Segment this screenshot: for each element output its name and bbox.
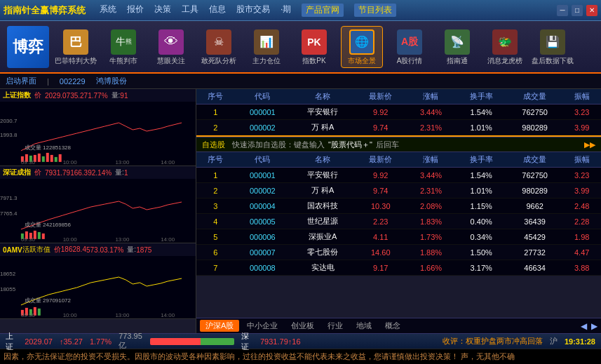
minimize-button[interactable]: ─ [557, 5, 568, 16]
nav-name[interactable]: 鸿博股份 [96, 76, 127, 86]
ss-volume: 36439 [507, 214, 563, 229]
scroll-left-btn[interactable]: ◀ [581, 321, 587, 331]
svg-rect-9 [59, 154, 62, 162]
menu-program[interactable]: 节目列表 [354, 4, 396, 17]
col-ss-change: 涨幅 [406, 152, 455, 168]
status-time: 19:31:28 [565, 337, 595, 346]
svg-rect-22 [42, 234, 45, 239]
ss-seq: 2 [196, 183, 235, 198]
ticker-text: 因素，亦无法保证您的投资不受损失。因股市的波动受各种因素影响，过往的投资收益不能… [4, 351, 515, 362]
dead-icon: ☠ [206, 29, 231, 55]
market-code: 000001 [235, 105, 291, 120]
svg-text:14:00: 14:00 [161, 159, 175, 165]
col-ss-amplitude: 振幅 [562, 152, 601, 168]
ss-volume: 46634 [507, 260, 563, 276]
toolbar-btn-buffett[interactable]: 巴 巴菲特判大势 [55, 26, 97, 68]
market-table-row[interactable]: 1 000001 平安银行 9.92 3.44% 1.54% 762750 3.… [196, 105, 601, 120]
self-select-table-row[interactable]: 4 000005 世纪星源 2.23 1.83% 0.40% 36439 2.2… [196, 214, 601, 229]
chart-damv-vol: 量: [127, 245, 136, 255]
scroll-right-btn[interactable]: ▶ [591, 321, 597, 331]
svg-text:7971.3: 7971.3 [0, 195, 18, 201]
nav-code[interactable]: 002229 [60, 77, 86, 86]
ss-name: 平安银行 [290, 168, 355, 183]
menu-trade[interactable]: 股市交易 [236, 4, 270, 17]
close-button[interactable]: ✕ [586, 5, 597, 16]
svg-text:成交量 242169856: 成交量 242169856 [25, 222, 72, 228]
menu-decision[interactable]: 决策 [154, 4, 171, 17]
tab-concept[interactable]: 概念 [379, 320, 406, 332]
toolbar-btn-bull[interactable]: 牛熊 牛熊判市 [102, 26, 144, 68]
title-menu: 系统 报价 决策 工具 信息 股市交易 ·期 产品官网 节目列表 [100, 4, 557, 17]
toolbar-btn-after[interactable]: 💾 盘后数据下载 [532, 26, 574, 68]
col-seq: 序号 [196, 89, 235, 105]
toolbar-btn-guide[interactable]: 📡 指南通 [436, 26, 478, 68]
status-news: 收评：权重护盘两市冲高回落 [443, 336, 543, 346]
chart-szindex-vol: 量: [115, 168, 124, 177]
ss-name: 深振业A [290, 229, 355, 245]
ss-change: 3.44% [406, 168, 455, 183]
self-select-table-row[interactable]: 7 000008 实达电 9.17 1.66% 3.17% 46634 3.88 [196, 260, 601, 276]
toolbar-btn-eye[interactable]: 👁 慧眼关注 [150, 26, 192, 68]
self-select-table-row[interactable]: 2 000002 万 科A 9.74 2.31% 1.01% 980289 3.… [196, 183, 601, 198]
chart-shindex-pct: 1.77% [88, 92, 107, 100]
toolbar-btn-dragon[interactable]: 🐲 消息龙虎榜 [484, 26, 526, 68]
market-label: 市场全景 [348, 57, 376, 65]
menu-report[interactable]: 报价 [127, 4, 144, 17]
market-table-row[interactable]: 2 000002 万 科A 9.74 2.31% 1.01% 980289 3.… [196, 120, 601, 135]
self-select-table-row[interactable]: 3 000004 国农科技 10.30 2.08% 1.15% 9662 2.4… [196, 198, 601, 214]
market-name: 平安银行 [290, 105, 355, 120]
toolbar-btn-position[interactable]: 📊 主力仓位 [245, 26, 288, 68]
ss-volume: 980289 [507, 183, 563, 198]
svg-text:09:30: 09:30 [21, 236, 36, 242]
toolbar-btn-market[interactable]: 🌐 市场全景 [341, 26, 383, 68]
tab-sme[interactable]: 中小企业 [241, 320, 283, 332]
ss-volume: 27732 [507, 245, 563, 260]
chart-damv-title: 0AMV [3, 246, 22, 254]
tab-region[interactable]: 地域 [351, 320, 377, 332]
chart-szindex-vol-val: 1 [124, 169, 128, 177]
self-select-table-row[interactable]: 1 000001 平安银行 9.92 3.44% 1.54% 762750 3.… [196, 168, 601, 183]
nav-home[interactable]: 启动界面 [6, 76, 36, 86]
market-change: 3.44% [406, 105, 455, 120]
chart-shindex-body: 09:30 10:00 13:00 14:00 2030.7 1993.8 成交… [0, 102, 196, 165]
self-select-table-row[interactable]: 5 000006 深振业A 4.11 1.73% 0.34% 45429 1.9… [196, 229, 601, 245]
tab-chinext[interactable]: 创业板 [285, 320, 320, 332]
chart-damv-label: 活跃市值 [22, 245, 50, 255]
menu-info[interactable]: 信息 [209, 4, 226, 17]
tab-industry[interactable]: 行业 [322, 320, 349, 332]
toolbar-btn-pk[interactable]: PK 指数PK [293, 26, 335, 68]
chart-szindex-header: 深证成指 价 7931.79 166.39 2.14% 量: 1 [0, 166, 196, 179]
chart-szindex-pct: 2.14% [92, 169, 112, 177]
menu-product[interactable]: 产品官网 [302, 4, 344, 17]
menu-period[interactable]: ·期 [281, 4, 291, 17]
buffett-icon: 巴 [63, 29, 88, 55]
status-ratio-bar [150, 338, 234, 345]
ss-amplitude: 1.98 [562, 229, 601, 245]
col-ss-price: 最新价 [355, 152, 406, 168]
ss-seq: 4 [196, 214, 235, 229]
tab-shsz[interactable]: 沪深A股 [200, 320, 239, 332]
col-ss-turnover: 换手率 [456, 152, 507, 168]
ss-name: 实达电 [290, 260, 355, 276]
chart-damv: 0AMV 活跃市值 价18628.4 573.0 3.17% 量: 1875 0… [0, 243, 196, 319]
chart-szindex-value: 7931.79 [45, 169, 70, 177]
market-change: 2.31% [406, 120, 455, 135]
toolbar-btn-ashare[interactable]: A股 A股行情 [389, 26, 431, 68]
chart-shindex-vol: 量: [112, 90, 121, 100]
market-price: 9.74 [355, 120, 406, 135]
toolbar-btn-dead[interactable]: ☠ 敢死队分析 [198, 26, 240, 68]
self-select-table-row[interactable]: 6 000007 零七股份 14.60 1.88% 1.50% 27732 4.… [196, 245, 601, 260]
svg-text:13:00: 13:00 [115, 159, 130, 165]
col-volume: 成交量 [507, 89, 563, 105]
menu-tools[interactable]: 工具 [182, 4, 198, 17]
maximize-button[interactable]: □ [572, 5, 583, 16]
position-icon: 📊 [254, 29, 279, 55]
menu-system[interactable]: 系统 [100, 4, 116, 17]
ss-seq: 5 [196, 229, 235, 245]
col-change: 涨幅 [406, 89, 455, 105]
col-ss-code: 代码 [235, 152, 291, 168]
ss-amplitude: 3.23 [562, 168, 601, 183]
self-select-scroll-right[interactable]: ▶▶ [584, 140, 595, 149]
chart-szindex-title: 深证成指 [3, 168, 31, 177]
market-table-header: 序号 代码 名称 最新价 涨幅 换手率 成交量 振幅 [196, 89, 601, 105]
